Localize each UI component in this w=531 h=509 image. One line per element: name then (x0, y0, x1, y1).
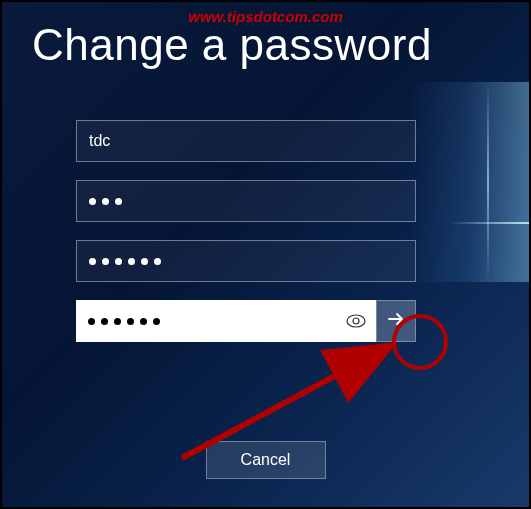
confirm-password-input[interactable] (76, 300, 376, 342)
password-form (76, 120, 446, 360)
cancel-button-label: Cancel (241, 451, 291, 469)
confirm-password-row (76, 300, 446, 342)
background-light-h (449, 222, 529, 224)
background-light-v (487, 82, 489, 282)
reveal-password-icon[interactable] (346, 314, 366, 328)
cancel-button[interactable]: Cancel (206, 441, 326, 479)
old-password-field-wrap (76, 180, 446, 222)
username-input[interactable] (76, 120, 416, 162)
submit-button[interactable] (376, 300, 416, 342)
username-field-wrap (76, 120, 446, 162)
svg-point-0 (347, 315, 365, 327)
old-password-input[interactable] (76, 180, 416, 222)
page-title: Change a password (32, 20, 432, 70)
svg-point-1 (353, 318, 359, 324)
new-password-input[interactable] (76, 240, 416, 282)
new-password-field-wrap (76, 240, 446, 282)
arrow-right-icon (386, 309, 406, 333)
